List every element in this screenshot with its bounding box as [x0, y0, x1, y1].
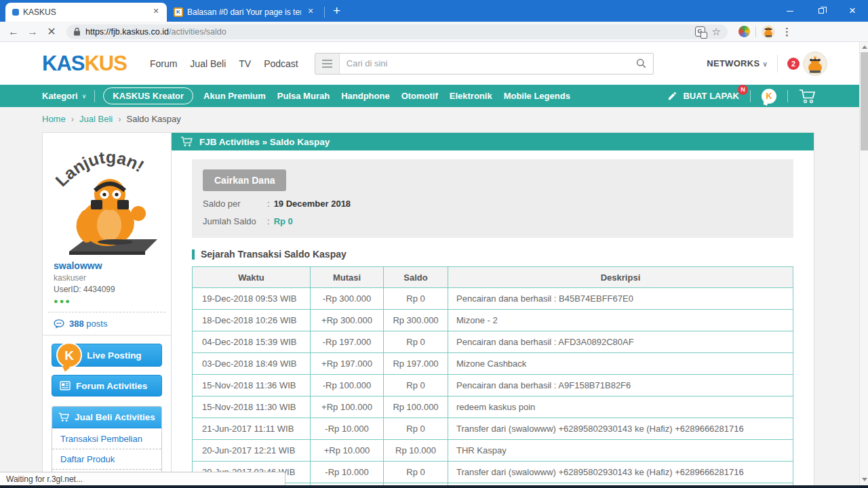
table-row: 04-Dec-2018 15:39 WIB-Rp 197.000Rp 0Penc… [193, 331, 793, 353]
breadcrumb: Home › Jual Beli › Saldo Kaspay [0, 107, 868, 130]
header-waktu: Waktu [193, 267, 311, 288]
category-elektronik[interactable]: Elektronik [450, 91, 492, 101]
page-scrollbar[interactable] [859, 42, 868, 485]
user-avatar[interactable] [803, 52, 827, 76]
extension-idm-icon[interactable] [738, 26, 750, 37]
cell-mutasi: +Rp 300.000 [311, 310, 384, 331]
cart-icon [180, 136, 193, 147]
content: Lanjutgan! swalowww [42, 132, 814, 488]
forward-icon[interactable]: → [23, 26, 42, 38]
table-header-row: Waktu Mutasi Saldo Deskripsi [193, 267, 793, 288]
category-mobile-legends[interactable]: Mobile Legends [504, 91, 570, 101]
breadcrumb-jual-beli[interactable]: Jual Beli [79, 114, 113, 124]
posts-count-row[interactable]: 388 posts [48, 312, 165, 335]
cell-mutasi: -Rp 10.000 [311, 418, 384, 440]
saldo-info-box: Cairkan Dana Saldo per : 19 December 201… [192, 159, 793, 238]
search-icon[interactable] [636, 58, 646, 68]
minimize-button[interactable] [774, 0, 806, 22]
tab-balasan[interactable]: K Balasan #0 dari Your page is tem × [167, 3, 321, 22]
browser-menu-icon[interactable]: ⋮ [782, 26, 792, 38]
cell-saldo: Rp 0 [384, 331, 448, 353]
browser-profile-avatar[interactable] [762, 25, 775, 39]
close-button[interactable]: × [837, 0, 868, 22]
live-posting-button[interactable]: K Live Posting [52, 344, 162, 367]
header-right: NETWORKS ∨ 2 [707, 52, 827, 76]
transaction-table: Waktu Mutasi Saldo Deskripsi 19-Dec-2018… [192, 266, 793, 488]
search-category-menu-icon[interactable] [315, 54, 340, 74]
header-mutasi: Mutasi [311, 267, 384, 288]
search-input[interactable] [340, 58, 636, 68]
chevron-down-icon: ∨ [762, 60, 768, 68]
posts-label: posts [86, 319, 107, 329]
profile-avatar[interactable]: Lanjutgan! [43, 133, 171, 258]
kaskus-chat-icon[interactable]: K [762, 89, 776, 104]
cell-mutasi: +Rp 100.000 [311, 396, 384, 418]
cell-saldo: Rp 0 [384, 418, 448, 440]
pencil-icon [667, 91, 677, 101]
table-row: 18-Dec-2018 10:26 WIB+Rp 300.000Rp 300.0… [193, 310, 793, 331]
nav-tv[interactable]: TV [239, 58, 251, 69]
panel-title: FJB Activities » Saldo Kaspay [199, 137, 330, 147]
cell-saldo: Rp 100.000 [384, 396, 448, 418]
scroll-up-icon[interactable] [860, 42, 868, 52]
networks-menu[interactable]: NETWORKS ∨ [707, 58, 768, 68]
notification-badge[interactable]: 2 [787, 58, 800, 70]
cell-deskripsi: Transfer dari (swalowww) +62895802930143… [448, 462, 793, 483]
tab-title: Balasan #0 dari Your page is tem [187, 7, 301, 17]
scrollbar-thumb[interactable] [861, 52, 868, 150]
nav-podcast[interactable]: Podcast [264, 58, 298, 69]
address-bar[interactable]: https://fjb.kaskus.co.id/activities/sald… [66, 24, 728, 39]
breadcrumb-home[interactable]: Home [42, 114, 66, 124]
colon: : [267, 199, 270, 209]
category-pulsa-murah[interactable]: Pulsa Murah [277, 91, 330, 101]
jumlah-saldo-value: Rp 0 [274, 216, 293, 226]
avatar-character-illustration: Lanjutgan! [50, 135, 164, 256]
tab-title: KASKUS [23, 7, 146, 17]
cell-mutasi: -Rp 300.000 [311, 288, 384, 310]
tab-close-icon[interactable]: × [151, 7, 161, 18]
cell-waktu: 20-Jun-2017 12:21 WIB [193, 440, 311, 462]
tab-close-icon[interactable]: × [305, 7, 316, 18]
translate-icon[interactable]: G [695, 26, 705, 37]
table-row: 21-Jun-2017 11:11 WIB-Rp 10.000Rp 0Trans… [193, 418, 793, 440]
nav-jual-beli[interactable]: Jual Beli [190, 58, 226, 69]
sidebar-link-transaksi-pembelian[interactable]: Transaksi Pembelian [52, 428, 161, 449]
saldo-per-value: 19 December 2018 [274, 199, 351, 209]
forum-activities-button[interactable]: Forum Activities [52, 375, 162, 396]
restore-button[interactable] [806, 0, 837, 22]
kaskus-kreator-pill[interactable]: KASKUS Kreator [103, 87, 193, 104]
cell-saldo: Rp 197.000 [384, 353, 448, 375]
new-tab-button[interactable]: + [333, 3, 340, 18]
table-row: 03-Dec-2018 18:49 WIB+Rp 197.000Rp 197.0… [193, 353, 793, 375]
category-bar-right: BUAT LAPAK N K [667, 89, 816, 104]
scroll-down-icon[interactable] [860, 474, 868, 484]
category-separator [94, 90, 95, 102]
kaskus-logo[interactable]: KASKUS [42, 52, 127, 76]
breadcrumb-separator: › [71, 114, 74, 124]
taskbar-edge [0, 485, 868, 488]
user-id: UserID: 4434099 [54, 285, 160, 294]
cart-icon [58, 412, 70, 422]
table-row: 19-Dec-2018 09:53 WIB-Rp 300.000Rp 0Penc… [193, 288, 793, 310]
profile-character-icon [762, 25, 775, 39]
category-akun-premium[interactable]: Akun Premium [203, 91, 266, 101]
cell-waktu: 03-Dec-2018 18:49 WIB [193, 353, 311, 375]
nav-forum[interactable]: Forum [150, 58, 177, 69]
sidebar-link-daftar-produk[interactable]: Daftar Produk [52, 449, 161, 469]
cairkan-dana-button[interactable]: Cairkan Dana [203, 169, 286, 191]
buat-lapak-button[interactable]: BUAT LAPAK N [667, 91, 739, 101]
category-otomotif[interactable]: Otomotif [401, 91, 438, 101]
jumlah-saldo-row: Jumlah Saldo : Rp 0 [203, 216, 783, 226]
bookmark-star-icon[interactable]: ☆ [712, 26, 721, 38]
cell-mutasi: -Rp 197.000 [311, 331, 384, 353]
jual-beli-activities-button[interactable]: Jual Beli Activities [52, 407, 161, 428]
category-handphone[interactable]: Handphone [341, 91, 390, 101]
kategori-menu[interactable]: Kategori∨ [42, 91, 86, 101]
site-header: KASKUS Forum Jual Beli TV Podcast NETWOR… [0, 42, 868, 85]
back-icon[interactable]: ← [4, 26, 23, 38]
tab-kaskus[interactable]: KASKUS × [5, 3, 167, 22]
profile-sidebar: Lanjutgan! swalowww [42, 132, 172, 488]
stop-icon[interactable]: ✕ [42, 25, 61, 38]
cart-icon[interactable] [799, 89, 816, 104]
username-link[interactable]: swalowww [54, 260, 160, 271]
